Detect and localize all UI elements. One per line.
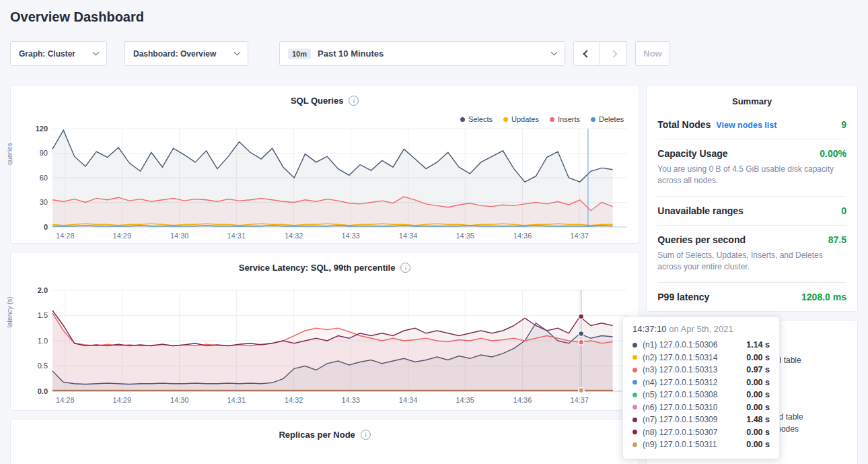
svg-text:14:31: 14:31 xyxy=(227,396,246,404)
svg-text:14:35: 14:35 xyxy=(456,232,474,240)
series-dot-icon xyxy=(632,405,637,409)
series-dot-icon xyxy=(632,380,637,385)
chevron-left-icon xyxy=(583,50,590,57)
svg-text:0: 0 xyxy=(44,223,48,231)
tooltip-node-row: (n2) 127.0.0.1:50314 0.00 s xyxy=(632,352,770,364)
svg-text:2.0: 2.0 xyxy=(38,286,48,294)
svg-text:60: 60 xyxy=(40,174,48,182)
event-item[interactable]: nodes xyxy=(776,424,799,434)
y-axis-label: queries xyxy=(6,143,13,165)
tooltip-node-row: (n4) 127.0.0.1:50312 0.00 s xyxy=(632,376,770,389)
view-nodes-list-link[interactable]: View nodes list xyxy=(716,121,776,130)
tooltip-node-value: 0.00 s xyxy=(746,353,770,362)
series-dot-icon xyxy=(550,117,554,122)
sql-queries-chart-card: SQL Queries i Selects Updates Inserts xyxy=(10,85,639,244)
tooltip-timestamp: 14:37:10 on Apr 5th, 2021 xyxy=(632,324,770,334)
svg-text:14:28: 14:28 xyxy=(56,232,75,240)
svg-text:14:32: 14:32 xyxy=(285,232,303,240)
time-step-buttons xyxy=(573,41,627,66)
svg-text:14:30: 14:30 xyxy=(170,232,189,240)
series-dot-icon xyxy=(591,117,595,122)
time-back-button[interactable] xyxy=(573,41,600,66)
svg-text:14:35: 14:35 xyxy=(456,396,474,404)
tooltip-node-value: 1.48 s xyxy=(746,415,770,424)
tooltip-node-value: 0.00 s xyxy=(746,390,770,399)
summary-total-nodes: Total Nodes View nodes list 9 xyxy=(657,110,846,139)
time-forward-button[interactable] xyxy=(600,41,627,66)
replicas-per-node-chart-card: Replicas per Node i xyxy=(10,419,639,464)
svg-text:14:33: 14:33 xyxy=(341,232,360,240)
time-range-badge: 10m xyxy=(288,48,311,59)
tooltip-node-value: 1.14 s xyxy=(746,340,770,350)
legend-item-selects[interactable]: Selects xyxy=(460,115,493,123)
svg-text:14:37: 14:37 xyxy=(570,232,589,240)
chart-title: Replicas per Node xyxy=(279,430,355,440)
svg-text:14:30: 14:30 xyxy=(170,396,189,404)
info-icon[interactable]: i xyxy=(349,96,359,106)
svg-text:14:34: 14:34 xyxy=(399,396,418,404)
tooltip-node-value: 0.00 s xyxy=(746,440,770,449)
tooltip-node-value: 0.00 s xyxy=(746,403,770,412)
series-dot-icon xyxy=(632,393,637,397)
tooltip-node-row: (n5) 127.0.0.1:50308 0.00 s xyxy=(632,389,770,401)
series-dot-icon xyxy=(632,368,637,372)
tooltip-node-row: (n6) 127.0.0.1:50310 0.00 s xyxy=(632,401,770,413)
p99-latency-value: 1208.0 ms xyxy=(801,292,846,302)
svg-text:0.0: 0.0 xyxy=(38,387,48,395)
graph-selector-dropdown[interactable]: Graph: Cluster xyxy=(10,41,107,66)
svg-text:1.0: 1.0 xyxy=(38,337,48,345)
series-dot-icon xyxy=(503,117,508,122)
legend-item-updates[interactable]: Updates xyxy=(503,115,539,123)
time-range-dropdown[interactable]: 10m Past 10 Minutes xyxy=(279,41,565,66)
qps-description: Sum of Selects, Updates, Inserts, and De… xyxy=(657,250,843,273)
legend-item-inserts[interactable]: Inserts xyxy=(550,115,580,123)
tooltip-node-label: (n4) 127.0.0.1:50312 xyxy=(643,378,717,387)
tooltip-node-row: (n7) 127.0.0.1:50309 1.48 s xyxy=(632,413,770,426)
svg-text:14:32: 14:32 xyxy=(285,396,303,404)
service-latency-chart[interactable]: 14:2814:2914:3014:3114:3214:3314:3414:35… xyxy=(23,285,635,409)
chart-title: Service Latency: SQL, 99th percentile xyxy=(239,263,396,273)
summary-title: Summary xyxy=(657,86,846,110)
chart-header: Service Latency: SQL, 99th percentile i xyxy=(11,253,639,273)
now-button[interactable]: Now xyxy=(635,41,670,66)
summary-queries-per-second: Queries per second 87.5 Sum of Selects, … xyxy=(657,226,846,283)
svg-text:14:34: 14:34 xyxy=(399,232,418,240)
summary-p99-latency: P99 latency 1208.0 ms xyxy=(657,283,846,311)
info-icon[interactable]: i xyxy=(361,430,371,440)
dashboard-selector-dropdown[interactable]: Dashboard: Overview xyxy=(124,41,248,66)
svg-text:14:29: 14:29 xyxy=(113,396,132,404)
tooltip-node-label: (n7) 127.0.0.1:50309 xyxy=(643,415,717,424)
series-dot-icon xyxy=(632,343,637,347)
info-icon[interactable]: i xyxy=(400,263,410,273)
time-range-label: Past 10 Minutes xyxy=(318,48,552,59)
summary-capacity-usage: Capacity Usage 0.00% You are using 0 B o… xyxy=(657,139,846,197)
tooltip-node-value: 0.97 s xyxy=(746,365,770,374)
svg-text:14:29: 14:29 xyxy=(113,232,132,240)
sql-queries-chart[interactable]: 14:2814:2914:3014:3114:3214:3314:3414:35… xyxy=(23,123,635,244)
svg-text:30: 30 xyxy=(40,198,48,206)
tooltip-node-row: (n3) 127.0.0.1:50313 0.97 s xyxy=(632,364,770,376)
chevron-right-icon xyxy=(610,50,617,57)
svg-text:14:31: 14:31 xyxy=(227,232,246,240)
p99-latency-label: P99 latency xyxy=(657,292,709,302)
charts-column: SQL Queries i Selects Updates Inserts xyxy=(10,85,639,464)
series-dot-icon xyxy=(632,418,637,422)
series-dot-icon xyxy=(632,355,637,360)
tooltip-node-value: 0.00 s xyxy=(746,428,770,437)
svg-text:14:37: 14:37 xyxy=(570,396,589,404)
dashboard-selector-label: Dashboard: Overview xyxy=(133,49,216,59)
qps-label: Queries per second xyxy=(657,234,746,245)
legend-label: Deletes xyxy=(599,115,624,123)
tooltip-node-label: (n8) 127.0.0.1:50307 xyxy=(643,428,717,437)
tooltip-time: 14:37:10 xyxy=(632,324,667,334)
summary-unavailable-ranges: Unavailable ranges 0 xyxy=(657,197,846,226)
tooltip-node-row: (n8) 127.0.0.1:50307 0.00 s xyxy=(632,426,770,438)
unavailable-ranges-value: 0 xyxy=(841,205,846,216)
capacity-usage-label: Capacity Usage xyxy=(657,148,727,159)
legend-label: Inserts xyxy=(558,115,580,123)
legend-item-deletes[interactable]: Deletes xyxy=(591,115,624,123)
tooltip-node-label: (n9) 127.0.0.1:50311 xyxy=(643,440,717,449)
svg-text:0.5: 0.5 xyxy=(38,362,48,370)
chart-legend: Selects Updates Inserts Deletes xyxy=(460,115,624,123)
page-title: Overview Dashboard xyxy=(10,9,858,25)
